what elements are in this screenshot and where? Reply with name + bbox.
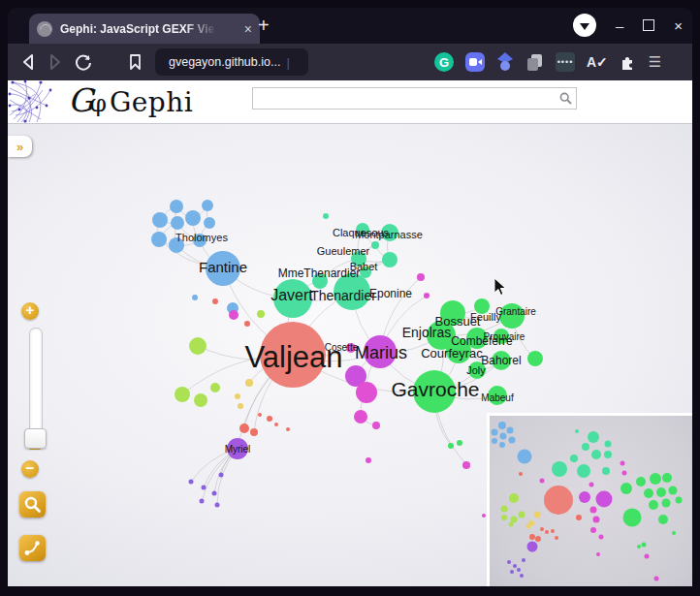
graph-node[interactable]: [482, 514, 486, 518]
close-button[interactable]: ×: [674, 18, 683, 33]
sidebar-expand-button[interactable]: »: [8, 136, 32, 157]
graph-node[interactable]: [171, 216, 184, 230]
stack-extension-icon[interactable]: [525, 53, 544, 72]
zoom-slider-handle[interactable]: [24, 428, 47, 449]
graph-node[interactable]: [238, 403, 243, 409]
graph-node[interactable]: [212, 298, 218, 304]
zoom-out-button[interactable]: −: [21, 460, 39, 478]
graph-node[interactable]: [235, 393, 240, 399]
graph-node[interactable]: [366, 457, 371, 463]
node-search-button[interactable]: [19, 491, 46, 518]
window-frame: Gephi: JavaScript GEXF Vie × + – ×: [0, 0, 700, 596]
search-input[interactable]: [253, 90, 559, 107]
graph-label: Gueulemer: [317, 245, 370, 257]
edge-toggle-button[interactable]: [19, 535, 46, 561]
profile-button[interactable]: [573, 14, 596, 37]
forward-icon[interactable]: [48, 54, 62, 70]
graph-node[interactable]: [257, 310, 265, 318]
reload-icon[interactable]: [76, 54, 92, 71]
back-icon[interactable]: [21, 54, 35, 70]
graph-node[interactable]: [267, 416, 272, 422]
gephi-logo[interactable]: G φ Gephi: [68, 81, 193, 119]
gephi-logo-phi: φ: [89, 89, 107, 117]
puzzle-extensions-icon[interactable]: [620, 53, 637, 71]
graph-node[interactable]: [244, 321, 250, 327]
graph-node[interactable]: [219, 473, 224, 478]
graph-label: Marius: [355, 343, 407, 362]
graph-node[interactable]: [170, 200, 183, 213]
graph-node[interactable]: [354, 410, 367, 423]
minimap-node: [590, 527, 596, 533]
graph-node[interactable]: [527, 351, 543, 366]
graph-node[interactable]: [212, 491, 217, 496]
graph-node[interactable]: [200, 499, 205, 504]
minimize-button[interactable]: –: [616, 18, 623, 33]
graph-node[interactable]: [258, 413, 262, 417]
zoom-extension-icon[interactable]: [465, 52, 485, 72]
graph-node[interactable]: [189, 480, 194, 485]
bookmark-icon[interactable]: [129, 54, 142, 70]
menu-icon[interactable]: ☰: [649, 53, 661, 71]
graph-node[interactable]: [417, 273, 425, 281]
minimap-node: [593, 517, 600, 523]
zoom-in-button[interactable]: +: [21, 302, 39, 320]
new-tab-button[interactable]: +: [258, 16, 270, 35]
graph-node[interactable]: [192, 295, 198, 300]
minimap-node: [509, 437, 516, 444]
gem-extension-icon[interactable]: [496, 52, 514, 72]
graph-node[interactable]: [250, 428, 258, 436]
browser-tab[interactable]: Gephi: JavaScript GEXF Vie ×: [29, 14, 260, 44]
graph-node[interactable]: [210, 383, 220, 392]
grammarly-extension-icon[interactable]: G: [434, 52, 454, 72]
maximize-button[interactable]: [643, 19, 654, 31]
graph-node[interactable]: [424, 293, 430, 298]
graph-node[interactable]: [274, 423, 278, 426]
graph-node[interactable]: [356, 382, 377, 403]
graph-node[interactable]: [229, 310, 239, 320]
graph-node[interactable]: [175, 387, 190, 402]
minimap-node: [582, 443, 589, 451]
minimap-node: [509, 493, 519, 503]
graph-node[interactable]: [448, 443, 454, 449]
minimap-node: [500, 433, 507, 440]
graph-node[interactable]: [194, 393, 207, 407]
graph-node[interactable]: [185, 210, 201, 226]
url-text: gvegayon.github.io...: [169, 55, 280, 69]
graph-node[interactable]: [204, 217, 215, 229]
search-icon[interactable]: [559, 92, 572, 105]
minimap-node: [552, 461, 567, 477]
translate-extension-icon[interactable]: A✓: [587, 54, 608, 70]
graph-label: Montparnasse: [355, 229, 423, 240]
graph-node[interactable]: [215, 503, 220, 508]
minimap-node: [545, 530, 549, 534]
graph-node[interactable]: [462, 461, 470, 469]
graph-canvas[interactable]: TholomyesFantineClaquesousMontparnasseGu…: [8, 124, 692, 586]
graph-node[interactable]: [371, 241, 379, 249]
url-bar[interactable]: gvegayon.github.io... |: [155, 48, 308, 76]
minimap-node: [570, 455, 578, 462]
minimap-node: [676, 497, 683, 504]
gephi-favicon-icon: [37, 21, 52, 37]
tab-close-icon[interactable]: ×: [244, 22, 252, 36]
graph-node[interactable]: [151, 232, 167, 247]
minimap[interactable]: [487, 413, 692, 586]
graph-node[interactable]: [323, 213, 329, 219]
gephi-network-decoration: [8, 80, 68, 123]
graph-node[interactable]: [202, 486, 207, 490]
minimap-node: [576, 515, 582, 520]
gephi-header: G φ Gephi: [8, 80, 692, 124]
minimap-svg: [490, 416, 689, 583]
graph-node[interactable]: [202, 200, 213, 211]
graph-node[interactable]: [286, 427, 290, 431]
minimap-node: [520, 574, 524, 578]
graph-node[interactable]: [239, 423, 249, 433]
graph-node[interactable]: [152, 212, 168, 228]
graph-node[interactable]: [189, 337, 207, 355]
minimap-node: [637, 545, 641, 549]
dots-extension-icon[interactable]: ••••: [556, 52, 575, 72]
graph-node[interactable]: [382, 252, 398, 267]
graph-node[interactable]: [372, 422, 380, 429]
graph-node[interactable]: [245, 379, 253, 387]
graph-node[interactable]: [457, 440, 462, 446]
minimap-node: [620, 461, 625, 466]
